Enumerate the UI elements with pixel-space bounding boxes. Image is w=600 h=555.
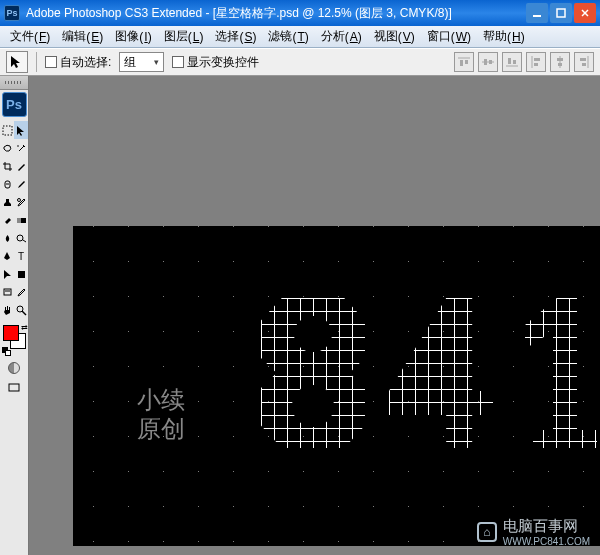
align-hcenter-button[interactable] bbox=[550, 52, 570, 72]
type-tool[interactable]: T bbox=[14, 247, 28, 265]
eraser-tool[interactable] bbox=[0, 211, 14, 229]
separator bbox=[36, 52, 37, 72]
gradient-tool[interactable] bbox=[14, 211, 28, 229]
marquee-tool[interactable] bbox=[0, 121, 14, 139]
close-button[interactable] bbox=[574, 3, 596, 23]
document-title: [星空格格字.psd @ 12.5% (图层 3, CMYK/8)] bbox=[213, 5, 452, 22]
menu-analysis[interactable]: 分析(A) bbox=[315, 26, 368, 47]
color-swatches[interactable]: ⇄ bbox=[0, 323, 29, 357]
screenmode-toggle[interactable] bbox=[0, 379, 28, 397]
align-top-button[interactable] bbox=[454, 52, 474, 72]
app-icon: Ps bbox=[4, 5, 20, 21]
notes-tool[interactable] bbox=[0, 283, 14, 301]
checkbox-icon bbox=[172, 56, 184, 68]
svg-point-26 bbox=[17, 198, 20, 201]
app-name: Adobe Photoshop CS3 Extended bbox=[26, 6, 202, 20]
svg-point-29 bbox=[17, 235, 23, 241]
svg-line-36 bbox=[22, 311, 26, 315]
menubar: 文件(F) 编辑(E) 图像(I) 图层(L) 选择(S) 滤镜(T) 分析(A… bbox=[0, 26, 600, 48]
auto-select-checkbox[interactable]: 自动选择: bbox=[45, 54, 111, 71]
digit-8 bbox=[261, 298, 365, 448]
foreground-color[interactable] bbox=[3, 325, 19, 341]
menu-view[interactable]: 视图(V) bbox=[368, 26, 421, 47]
align-bottom-button[interactable] bbox=[502, 52, 522, 72]
ps-logo-icon: Ps bbox=[2, 92, 27, 117]
options-bar: 自动选择: 组▾ 显示变换控件 bbox=[0, 48, 600, 76]
eyedropper-tool[interactable] bbox=[14, 283, 28, 301]
toolbox: Ps T ⇄ bbox=[0, 76, 29, 555]
svg-rect-33 bbox=[4, 289, 11, 295]
menu-filter[interactable]: 滤镜(T) bbox=[262, 26, 314, 47]
svg-rect-9 bbox=[489, 60, 492, 64]
svg-rect-11 bbox=[508, 58, 511, 64]
document-canvas[interactable]: 小续 原创 bbox=[73, 226, 600, 546]
stamp-tool[interactable] bbox=[0, 193, 14, 211]
menu-select[interactable]: 选择(S) bbox=[209, 26, 262, 47]
menu-edit[interactable]: 编辑(E) bbox=[56, 26, 109, 47]
artwork-watermark: 小续 原创 bbox=[137, 386, 185, 444]
watermark-icon: ⌂ bbox=[477, 522, 497, 542]
show-transform-checkbox[interactable]: 显示变换控件 bbox=[172, 54, 259, 71]
checkbox-icon bbox=[45, 56, 57, 68]
align-vcenter-button[interactable] bbox=[478, 52, 498, 72]
artwork-text bbox=[261, 298, 597, 448]
svg-rect-14 bbox=[534, 58, 540, 61]
titlebar: Ps Adobe Photoshop CS3 Extended - [星空格格字… bbox=[0, 0, 600, 26]
swap-colors-icon[interactable]: ⇄ bbox=[21, 323, 28, 332]
crop-tool[interactable] bbox=[0, 157, 14, 175]
svg-rect-21 bbox=[582, 63, 586, 66]
hand-tool[interactable] bbox=[0, 301, 14, 319]
menu-layer[interactable]: 图层(L) bbox=[158, 26, 210, 47]
heal-tool[interactable] bbox=[0, 175, 14, 193]
svg-rect-12 bbox=[513, 60, 516, 64]
digit-1 bbox=[517, 298, 597, 448]
svg-rect-17 bbox=[557, 58, 563, 61]
pen-tool[interactable] bbox=[0, 247, 14, 265]
menu-image[interactable]: 图像(I) bbox=[109, 26, 157, 47]
path-select-tool[interactable] bbox=[0, 265, 14, 283]
brush-tool[interactable] bbox=[14, 175, 28, 193]
svg-point-23 bbox=[17, 145, 19, 147]
site-watermark: ⌂ 电脑百事网 WWW.PC841.COM bbox=[477, 517, 590, 547]
svg-rect-20 bbox=[580, 58, 586, 61]
wand-tool[interactable] bbox=[14, 139, 28, 157]
svg-rect-8 bbox=[484, 59, 487, 65]
svg-rect-22 bbox=[3, 126, 12, 135]
svg-rect-15 bbox=[534, 63, 538, 66]
align-left-button[interactable] bbox=[526, 52, 546, 72]
slice-tool[interactable] bbox=[14, 157, 28, 175]
menu-file[interactable]: 文件(F) bbox=[4, 26, 56, 47]
zoom-tool[interactable] bbox=[14, 301, 28, 319]
svg-rect-1 bbox=[557, 9, 565, 17]
history-brush-tool[interactable] bbox=[14, 193, 28, 211]
align-buttons bbox=[454, 52, 594, 72]
toolbox-grip[interactable] bbox=[0, 76, 28, 90]
digit-4 bbox=[389, 298, 493, 448]
align-right-button[interactable] bbox=[574, 52, 594, 72]
minimize-button[interactable] bbox=[526, 3, 548, 23]
quickmask-toggle[interactable] bbox=[0, 359, 28, 377]
svg-text:T: T bbox=[18, 251, 24, 262]
svg-rect-32 bbox=[18, 271, 25, 278]
tool-preset-picker[interactable] bbox=[6, 51, 28, 73]
svg-rect-5 bbox=[460, 60, 463, 66]
menu-window[interactable]: 窗口(W) bbox=[421, 26, 477, 47]
default-colors-icon[interactable] bbox=[2, 347, 12, 357]
svg-rect-6 bbox=[465, 60, 468, 64]
blur-tool[interactable] bbox=[0, 229, 14, 247]
move-tool[interactable] bbox=[14, 121, 28, 139]
auto-select-dropdown[interactable]: 组▾ bbox=[119, 52, 164, 72]
svg-line-30 bbox=[23, 240, 26, 242]
menu-help[interactable]: 帮助(H) bbox=[477, 26, 531, 47]
svg-rect-28 bbox=[17, 218, 21, 223]
shape-tool[interactable] bbox=[14, 265, 28, 283]
canvas-area[interactable]: 小续 原创 bbox=[29, 76, 600, 555]
svg-rect-37 bbox=[9, 384, 19, 391]
lasso-tool[interactable] bbox=[0, 139, 14, 157]
chevron-down-icon: ▾ bbox=[154, 57, 159, 67]
dodge-tool[interactable] bbox=[14, 229, 28, 247]
svg-rect-18 bbox=[558, 63, 562, 66]
maximize-button[interactable] bbox=[550, 3, 572, 23]
